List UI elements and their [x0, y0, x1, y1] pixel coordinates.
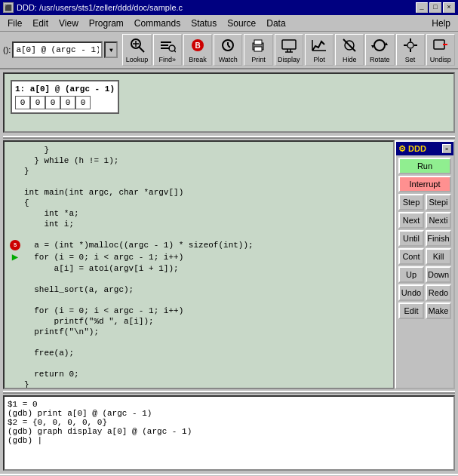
cont-button[interactable]: Cont	[398, 248, 424, 265]
expr-dropdown[interactable]: ▼	[104, 41, 118, 58]
print-label: Print	[251, 56, 266, 63]
ddd-run-row: Run	[398, 158, 451, 174]
svg-rect-32	[434, 40, 444, 49]
close-button[interactable]: ×	[443, 2, 455, 13]
code-line	[8, 229, 390, 240]
undisp-label: Undisp	[430, 56, 451, 63]
code-text: int *a;	[24, 209, 79, 218]
code-text: for (i = 0; i < argc - 1; i++)	[24, 253, 183, 262]
step-button[interactable]: Step	[398, 194, 424, 210]
code-text: }	[24, 167, 29, 176]
code-text: }	[24, 146, 49, 155]
toolbar-print[interactable]: Print	[244, 34, 272, 66]
code-line: for (i = 0; i < argc - 1; i++)	[8, 306, 390, 316]
display-box: 1: a[0] @ (argc - 1) 0 0 0 0 0	[11, 80, 119, 114]
maximize-button[interactable]: □	[429, 2, 441, 13]
toolbar-set[interactable]: Set	[396, 34, 425, 66]
code-line: int *a;	[8, 208, 390, 219]
watch-icon	[219, 36, 237, 54]
until-button[interactable]: Until	[398, 230, 424, 247]
break-label: Break	[189, 56, 207, 63]
svg-point-27	[407, 42, 413, 48]
window-title: DDD: /usr/users/sts1/zeller/ddd/doc/samp…	[17, 3, 183, 12]
svg-text:B: B	[195, 41, 200, 50]
ddd-panel: ⚙ DDD × Run Interrupt Step Stepi Next Ne…	[395, 140, 455, 389]
print-icon	[249, 36, 267, 54]
toolbar-plot[interactable]: Plot	[305, 34, 334, 66]
expr-input[interactable]	[12, 41, 103, 58]
code-text: return 0;	[24, 370, 79, 379]
set-label: Set	[405, 56, 416, 63]
interrupt-button[interactable]: Interrupt	[398, 176, 451, 192]
title-bar: ⬛ DDD: /usr/users/sts1/zeller/ddd/doc/sa…	[0, 0, 458, 15]
menu-data[interactable]: Data	[262, 17, 290, 30]
splitter-1[interactable]	[3, 136, 455, 139]
code-text: } while (h != 1);	[24, 156, 118, 165]
ddd-panel-buttons: Run Interrupt Step Stepi Next Nexti Unti…	[396, 155, 453, 321]
ddd-undo-row: Undo Redo	[398, 284, 451, 301]
make-button[interactable]: Make	[426, 302, 451, 319]
ddd-up-row: Up Down	[398, 266, 451, 283]
next-button[interactable]: Next	[398, 212, 424, 229]
menu-commands[interactable]: Commands	[130, 17, 185, 30]
console-area[interactable]: $1 = 0(gdb) print a[0] @ (argc - 1)$2 = …	[3, 395, 455, 471]
code-line: shell_sort(a, argc);	[8, 284, 390, 295]
toolbar-break[interactable]: B Break	[183, 34, 212, 66]
toolbar-find[interactable]: Find»	[153, 34, 182, 66]
stepi-button[interactable]: Stepi	[426, 194, 451, 210]
display-title: 1: a[0] @ (argc - 1)	[15, 84, 115, 94]
nexti-button[interactable]: Nexti	[426, 212, 451, 229]
code-line	[8, 337, 390, 348]
find-icon	[158, 36, 177, 54]
redo-button[interactable]: Redo	[426, 284, 451, 301]
cell-1: 0	[30, 96, 45, 109]
splitter-2[interactable]	[3, 391, 455, 394]
toolbar-undisp[interactable]: Undisp	[426, 34, 455, 66]
title-buttons[interactable]: _ □ ×	[416, 2, 455, 13]
console-line: (gdb) print a[0] @ (argc - 1)	[8, 409, 450, 418]
code-line: int i;	[8, 219, 390, 229]
code-line: }	[8, 145, 390, 155]
down-button[interactable]: Down	[426, 266, 451, 283]
menu-program[interactable]: Program	[85, 17, 128, 30]
toolbar-watch[interactable]: Watch	[214, 34, 242, 66]
menu-edit[interactable]: Edit	[28, 17, 53, 30]
ddd-interrupt-row: Interrupt	[398, 176, 451, 192]
break-icon: B	[189, 36, 207, 54]
menu-view[interactable]: View	[54, 17, 83, 30]
toolbar-rotate[interactable]: Rotate	[365, 34, 394, 66]
undo-button[interactable]: Undo	[398, 284, 424, 301]
menu-status[interactable]: Status	[186, 17, 221, 30]
line-marker: ▶	[8, 250, 23, 263]
edit-button[interactable]: Edit	[398, 302, 424, 319]
data-area: 1: a[0] @ (argc - 1) 0 0 0 0 0	[3, 72, 455, 133]
menu-file[interactable]: File	[3, 17, 26, 30]
find-label: Find»	[158, 56, 176, 63]
arrow-marker: ▶	[12, 250, 18, 263]
up-button[interactable]: Up	[398, 266, 424, 283]
finish-button[interactable]: Finish	[426, 230, 451, 247]
hide-label: Hide	[343, 56, 357, 63]
cell-3: 0	[60, 96, 75, 109]
menu-source[interactable]: Source	[223, 17, 260, 30]
minimize-button[interactable]: _	[416, 2, 428, 13]
ddd-panel-title: ⚙ DDD ×	[396, 142, 453, 155]
toolbar-display[interactable]: Display	[275, 34, 303, 66]
code-line: }	[8, 379, 390, 389]
run-button[interactable]: Run	[398, 158, 451, 174]
svg-rect-6	[161, 48, 170, 49]
menu-help[interactable]: Help	[427, 17, 455, 30]
code-line: printf("%d ", a[i]);	[8, 316, 390, 327]
svg-rect-17	[282, 40, 296, 49]
toolbar-hide[interactable]: Hide	[335, 34, 364, 66]
ddd-logo: ⚙ DDD	[398, 144, 426, 154]
ddd-close-button[interactable]: ×	[442, 144, 451, 153]
code-area[interactable]: } } while (h != 1);}int main(int argc, c…	[3, 140, 395, 389]
title-bar-left: ⬛ DDD: /usr/users/sts1/zeller/ddd/doc/sa…	[3, 2, 183, 13]
rotate-label: Rotate	[370, 56, 390, 63]
set-icon	[401, 36, 420, 54]
app-icon: ⬛	[3, 2, 14, 13]
svg-rect-4	[161, 41, 171, 43]
kill-button[interactable]: Kill	[426, 248, 451, 265]
toolbar-lookup[interactable]: Lookup	[122, 34, 151, 66]
